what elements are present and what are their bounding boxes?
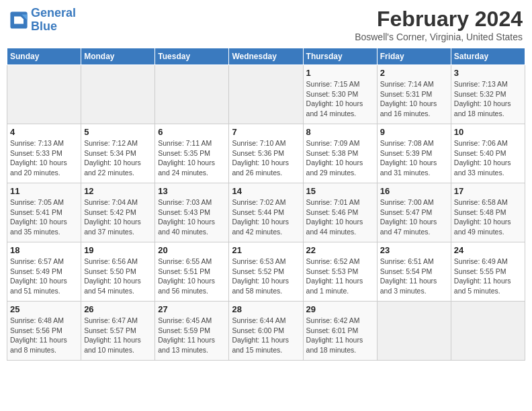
- day-info: Sunrise: 7:11 AMSunset: 5:35 PMDaylight:…: [158, 138, 226, 178]
- calendar-cell: 20Sunrise: 6:55 AMSunset: 5:51 PMDayligh…: [155, 242, 229, 302]
- day-number: 23: [380, 245, 448, 255]
- calendar-cell: [451, 302, 525, 361]
- day-info: Sunrise: 6:57 AMSunset: 5:49 PMDaylight:…: [10, 257, 78, 296]
- day-number: 6: [158, 127, 226, 137]
- day-info: Sunrise: 7:09 AMSunset: 5:38 PMDaylight:…: [306, 138, 374, 178]
- day-number: 1: [306, 68, 374, 78]
- day-info: Sunrise: 7:02 AMSunset: 5:44 PMDaylight:…: [232, 197, 300, 237]
- calendar-body: 1Sunrise: 7:15 AMSunset: 5:30 PMDaylight…: [7, 65, 525, 361]
- day-info: Sunrise: 7:08 AMSunset: 5:39 PMDaylight:…: [380, 138, 448, 178]
- calendar-table: SundayMondayTuesdayWednesdayThursdayFrid…: [7, 48, 525, 361]
- calendar-cell: 16Sunrise: 7:00 AMSunset: 5:47 PMDayligh…: [377, 183, 451, 242]
- calendar-cell: 26Sunrise: 6:47 AMSunset: 5:57 PMDayligh…: [81, 302, 155, 361]
- day-number: 2: [380, 68, 448, 78]
- day-info: Sunrise: 7:04 AMSunset: 5:42 PMDaylight:…: [84, 197, 152, 237]
- calendar-cell: 25Sunrise: 6:48 AMSunset: 5:56 PMDayligh…: [7, 302, 81, 361]
- calendar-cell: 17Sunrise: 6:58 AMSunset: 5:48 PMDayligh…: [451, 183, 525, 242]
- day-info: Sunrise: 7:15 AMSunset: 5:30 PMDaylight:…: [306, 79, 374, 119]
- calendar-cell: [229, 65, 303, 124]
- day-number: 11: [10, 186, 78, 196]
- calendar-cell: 21Sunrise: 6:53 AMSunset: 5:52 PMDayligh…: [229, 242, 303, 302]
- title-block: February 2024 Boswell's Corner, Virginia…: [355, 7, 523, 42]
- day-number: 16: [380, 186, 448, 196]
- day-number: 24: [454, 245, 522, 255]
- day-number: 28: [232, 304, 300, 314]
- calendar-header: SundayMondayTuesdayWednesdayThursdayFrid…: [7, 48, 525, 65]
- day-number: 5: [84, 127, 152, 137]
- day-number: 22: [306, 245, 374, 255]
- calendar-cell: 23Sunrise: 6:51 AMSunset: 5:54 PMDayligh…: [377, 242, 451, 302]
- calendar-cell: 6Sunrise: 7:11 AMSunset: 5:35 PMDaylight…: [155, 124, 229, 183]
- page-header: General Blue February 2024 Boswell's Cor…: [7, 7, 525, 42]
- day-number: 14: [232, 186, 300, 196]
- week-row-5: 25Sunrise: 6:48 AMSunset: 5:56 PMDayligh…: [7, 302, 525, 361]
- calendar-cell: [155, 65, 229, 124]
- calendar-cell: 29Sunrise: 6:42 AMSunset: 6:01 PMDayligh…: [303, 302, 377, 361]
- day-number: 25: [10, 304, 78, 314]
- day-header-monday: Monday: [81, 48, 155, 65]
- calendar-cell: 7Sunrise: 7:10 AMSunset: 5:36 PMDaylight…: [229, 124, 303, 183]
- day-number: 29: [306, 304, 374, 314]
- day-info: Sunrise: 7:05 AMSunset: 5:41 PMDaylight:…: [10, 197, 78, 237]
- day-number: 3: [454, 68, 522, 78]
- day-number: 4: [10, 127, 78, 137]
- day-number: 18: [10, 245, 78, 255]
- day-number: 17: [454, 186, 522, 196]
- calendar-cell: 18Sunrise: 6:57 AMSunset: 5:49 PMDayligh…: [7, 242, 81, 302]
- day-info: Sunrise: 7:12 AMSunset: 5:34 PMDaylight:…: [84, 138, 152, 178]
- calendar-cell: 9Sunrise: 7:08 AMSunset: 5:39 PMDaylight…: [377, 124, 451, 183]
- day-info: Sunrise: 7:14 AMSunset: 5:31 PMDaylight:…: [380, 79, 448, 119]
- calendar-cell: 19Sunrise: 6:56 AMSunset: 5:50 PMDayligh…: [81, 242, 155, 302]
- day-number: 12: [84, 186, 152, 196]
- day-info: Sunrise: 6:56 AMSunset: 5:50 PMDaylight:…: [84, 257, 152, 296]
- calendar-cell: 15Sunrise: 7:01 AMSunset: 5:46 PMDayligh…: [303, 183, 377, 242]
- month-title: February 2024: [355, 7, 523, 32]
- calendar-cell: 3Sunrise: 7:13 AMSunset: 5:32 PMDaylight…: [451, 65, 525, 124]
- calendar-cell: 4Sunrise: 7:13 AMSunset: 5:33 PMDaylight…: [7, 124, 81, 183]
- day-info: Sunrise: 6:48 AMSunset: 5:56 PMDaylight:…: [10, 316, 78, 355]
- location-title: Boswell's Corner, Virginia, United State…: [355, 32, 523, 42]
- day-number: 20: [158, 245, 226, 255]
- day-info: Sunrise: 6:58 AMSunset: 5:48 PMDaylight:…: [454, 197, 522, 237]
- logo-line2: Blue: [31, 19, 57, 33]
- calendar-cell: 28Sunrise: 6:44 AMSunset: 6:00 PMDayligh…: [229, 302, 303, 361]
- week-row-3: 11Sunrise: 7:05 AMSunset: 5:41 PMDayligh…: [7, 183, 525, 242]
- week-row-2: 4Sunrise: 7:13 AMSunset: 5:33 PMDaylight…: [7, 124, 525, 183]
- day-number: 13: [158, 186, 226, 196]
- week-row-1: 1Sunrise: 7:15 AMSunset: 5:30 PMDaylight…: [7, 65, 525, 124]
- day-info: Sunrise: 6:47 AMSunset: 5:57 PMDaylight:…: [84, 316, 152, 355]
- logo-icon: [9, 11, 28, 30]
- calendar-cell: 8Sunrise: 7:09 AMSunset: 5:38 PMDaylight…: [303, 124, 377, 183]
- day-number: 27: [158, 304, 226, 314]
- header-row: SundayMondayTuesdayWednesdayThursdayFrid…: [7, 48, 525, 65]
- day-info: Sunrise: 6:44 AMSunset: 6:00 PMDaylight:…: [232, 316, 300, 355]
- day-info: Sunrise: 6:55 AMSunset: 5:51 PMDaylight:…: [158, 257, 226, 296]
- day-info: Sunrise: 7:06 AMSunset: 5:40 PMDaylight:…: [454, 138, 522, 178]
- day-number: 9: [380, 127, 448, 137]
- day-info: Sunrise: 7:00 AMSunset: 5:47 PMDaylight:…: [380, 197, 448, 237]
- calendar-cell: 14Sunrise: 7:02 AMSunset: 5:44 PMDayligh…: [229, 183, 303, 242]
- calendar-cell: 24Sunrise: 6:49 AMSunset: 5:55 PMDayligh…: [451, 242, 525, 302]
- day-info: Sunrise: 6:49 AMSunset: 5:55 PMDaylight:…: [454, 257, 522, 296]
- day-number: 19: [84, 245, 152, 255]
- day-info: Sunrise: 7:13 AMSunset: 5:33 PMDaylight:…: [10, 138, 78, 178]
- day-number: 7: [232, 127, 300, 137]
- day-info: Sunrise: 6:42 AMSunset: 6:01 PMDaylight:…: [306, 316, 374, 355]
- calendar-cell: 10Sunrise: 7:06 AMSunset: 5:40 PMDayligh…: [451, 124, 525, 183]
- day-info: Sunrise: 7:10 AMSunset: 5:36 PMDaylight:…: [232, 138, 300, 178]
- day-number: 8: [306, 127, 374, 137]
- day-number: 26: [84, 304, 152, 314]
- calendar-cell: 22Sunrise: 6:52 AMSunset: 5:53 PMDayligh…: [303, 242, 377, 302]
- day-number: 10: [454, 127, 522, 137]
- day-header-wednesday: Wednesday: [229, 48, 303, 65]
- calendar-cell: 1Sunrise: 7:15 AMSunset: 5:30 PMDaylight…: [303, 65, 377, 124]
- day-info: Sunrise: 6:45 AMSunset: 5:59 PMDaylight:…: [158, 316, 226, 355]
- week-row-4: 18Sunrise: 6:57 AMSunset: 5:49 PMDayligh…: [7, 242, 525, 302]
- day-number: 21: [232, 245, 300, 255]
- day-info: Sunrise: 7:01 AMSunset: 5:46 PMDaylight:…: [306, 197, 374, 237]
- day-number: 15: [306, 186, 374, 196]
- calendar-cell: 5Sunrise: 7:12 AMSunset: 5:34 PMDaylight…: [81, 124, 155, 183]
- calendar-cell: [377, 302, 451, 361]
- day-info: Sunrise: 7:13 AMSunset: 5:32 PMDaylight:…: [454, 79, 522, 119]
- calendar-cell: 2Sunrise: 7:14 AMSunset: 5:31 PMDaylight…: [377, 65, 451, 124]
